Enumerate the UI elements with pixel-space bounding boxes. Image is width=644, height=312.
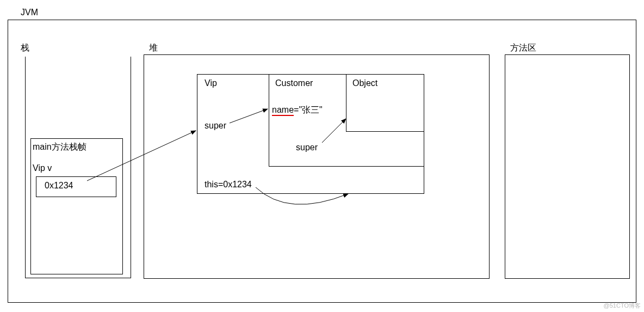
object-box-label: Object — [352, 78, 377, 88]
stack-bottom-line — [25, 278, 131, 278]
address-value: 0x1234 — [45, 181, 73, 191]
stack-label: 栈 — [21, 42, 29, 54]
name-field: name="张三" — [272, 105, 323, 116]
name-value: ="张三" — [294, 105, 323, 114]
heap-label: 堆 — [149, 42, 158, 54]
vip-variable-label: Vip v — [33, 163, 52, 173]
stack-left-line — [25, 57, 26, 278]
stack-right-line — [131, 57, 131, 278]
main-stack-frame — [30, 138, 123, 274]
customer-box-label: Customer — [275, 78, 313, 88]
super1-label: super — [205, 121, 226, 131]
main-frame-label: main方法栈帧 — [33, 142, 86, 153]
method-area-label: 方法区 — [510, 42, 536, 54]
this-pointer-label: this=0x1234 — [205, 180, 252, 189]
jvm-label: JVM — [21, 8, 38, 17]
super2-label: super — [296, 143, 318, 152]
vip-box-label: Vip — [205, 78, 217, 88]
method-area-container — [505, 54, 630, 279]
name-underlined: name — [272, 105, 294, 116]
watermark: @51CTO博客 — [604, 302, 641, 310]
